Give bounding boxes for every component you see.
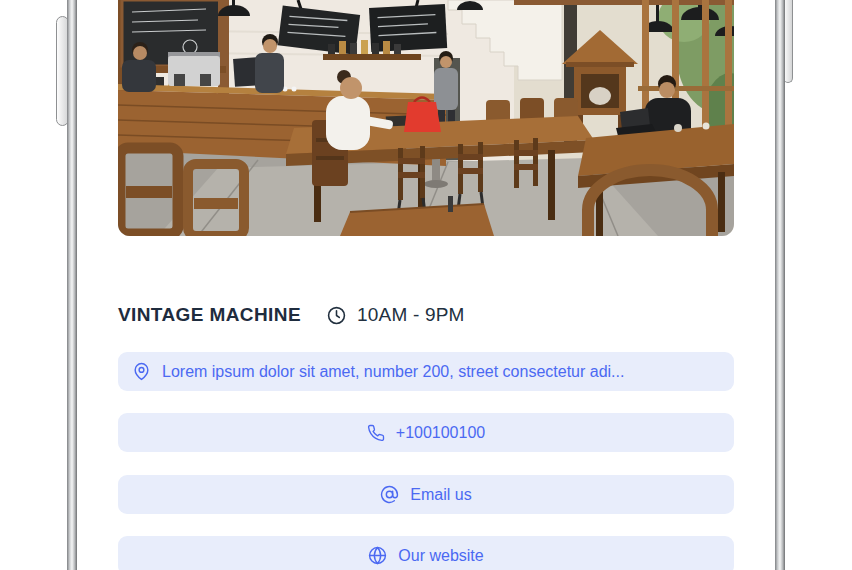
website-button[interactable]: Our website <box>118 536 734 570</box>
globe-icon <box>368 546 387 565</box>
cafe-photo-illustration <box>118 0 734 236</box>
business-photo <box>118 0 734 236</box>
address-label: Lorem ipsum dolor sit amet, number 200, … <box>162 363 624 381</box>
location-pin-icon <box>132 362 151 381</box>
business-hours: 10AM - 9PM <box>357 304 465 326</box>
phone-number-label: +100100100 <box>396 424 485 442</box>
page: VINTAGE MACHINE 10AM - 9PM Lorem ipsum d… <box>0 0 852 570</box>
phone-left-rail <box>67 0 77 570</box>
clock-icon <box>327 306 346 325</box>
phone-screen: VINTAGE MACHINE 10AM - 9PM Lorem ipsum d… <box>101 0 751 570</box>
call-button[interactable]: +100100100 <box>118 413 734 452</box>
address-button[interactable]: Lorem ipsum dolor sit amet, number 200, … <box>118 352 734 391</box>
website-label: Our website <box>398 547 483 565</box>
phone-icon <box>367 424 385 442</box>
business-header: VINTAGE MACHINE 10AM - 9PM <box>118 301 465 329</box>
business-name: VINTAGE MACHINE <box>118 304 301 326</box>
phone-right-rail <box>775 0 785 570</box>
email-button[interactable]: Email us <box>118 475 734 514</box>
email-label: Email us <box>410 486 471 504</box>
at-icon <box>380 485 399 504</box>
